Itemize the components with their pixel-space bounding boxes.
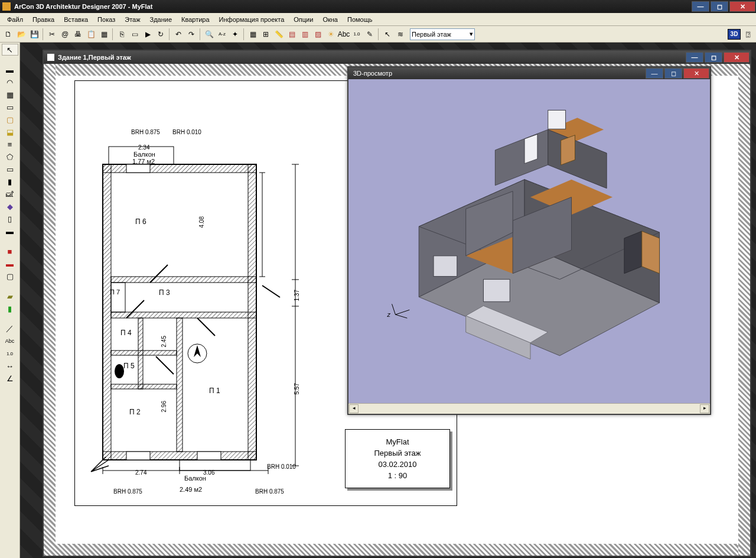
preview-titlebar[interactable]: 3D-просмотр — ◻ ✕ bbox=[348, 67, 710, 79]
menu-insert[interactable]: Вставка bbox=[59, 15, 93, 24]
menu-project-info[interactable]: Информация проекта bbox=[214, 15, 289, 24]
svg-rect-21 bbox=[197, 452, 221, 460]
tb-open-icon[interactable]: 📂 bbox=[15, 28, 27, 40]
tb-mail-icon[interactable]: @ bbox=[59, 28, 71, 40]
tb-undo-icon[interactable]: ↶ bbox=[172, 28, 184, 40]
scroll-left-icon[interactable]: ◂ bbox=[349, 404, 359, 413]
menu-view[interactable]: Показ bbox=[93, 15, 120, 24]
tb-wand-icon[interactable]: ✎ bbox=[364, 28, 376, 40]
preview-viewport[interactable]: z bbox=[348, 79, 710, 403]
menu-floor[interactable]: Этаж bbox=[120, 15, 145, 24]
tb-print-icon[interactable]: 🖶 bbox=[72, 28, 84, 40]
tool-outline-icon[interactable]: ▢ bbox=[2, 270, 18, 282]
preview-h-scrollbar[interactable]: ◂ ▸ bbox=[348, 403, 710, 414]
tool-wall-icon[interactable]: ▬ bbox=[2, 64, 18, 76]
app-title: ArCon 3D Architektur Designer 2007 - MyF… bbox=[14, 3, 152, 10]
menu-apartment[interactable]: Квартира bbox=[177, 15, 214, 24]
brh-bottom-right2: BRH 0.875 bbox=[255, 488, 284, 495]
tb-help-icon[interactable]: ⍰ bbox=[742, 28, 754, 40]
tb-flash-icon[interactable]: ≋ bbox=[395, 28, 406, 40]
room-p6: П 6 bbox=[135, 218, 146, 226]
app-titlebar: ArCon 3D Architektur Designer 2007 - MyF… bbox=[0, 0, 756, 13]
preview-maximize-button[interactable]: ◻ bbox=[664, 68, 682, 79]
floor-selector[interactable]: Первый этаж ▾ bbox=[410, 28, 475, 40]
tool-dim2-icon[interactable]: 1.0 bbox=[2, 348, 18, 359]
tb-move-icon[interactable]: ▶ bbox=[142, 28, 154, 40]
info-date: 03.02.2010 bbox=[378, 460, 416, 469]
tool-hatch-icon[interactable]: ▦ bbox=[2, 89, 18, 100]
tool-chimney-icon[interactable]: ▮ bbox=[2, 176, 18, 187]
tool-line-icon[interactable]: ／ bbox=[2, 323, 18, 335]
svg-rect-13 bbox=[111, 283, 125, 312]
tb-compass-icon[interactable]: ✦ bbox=[229, 28, 241, 40]
tb-grid-icon[interactable]: ▦ bbox=[247, 28, 259, 40]
tool-red1-icon[interactable]: ■ bbox=[2, 245, 18, 257]
menu-file[interactable]: Файл bbox=[2, 15, 28, 24]
tb-sun-icon[interactable]: ☀ bbox=[325, 28, 337, 40]
menu-options[interactable]: Опции bbox=[289, 15, 318, 24]
tb-layer3-icon[interactable]: ▨ bbox=[312, 28, 324, 40]
scroll-right-icon[interactable]: ▸ bbox=[700, 404, 709, 413]
tb-layer1-icon[interactable]: ▤ bbox=[286, 28, 298, 40]
tool-door-icon[interactable]: ⬓ bbox=[2, 126, 18, 138]
room-p2: П 2 bbox=[129, 408, 141, 416]
tb-properties-icon[interactable]: ▦ bbox=[98, 28, 110, 40]
preview-close-button[interactable]: ✕ bbox=[683, 68, 709, 79]
window-minimize-button[interactable]: — bbox=[692, 1, 709, 12]
window-close-button[interactable]: ✕ bbox=[729, 1, 755, 12]
tool-opening-icon[interactable]: ▭ bbox=[2, 163, 18, 175]
tb-3d-mode-button[interactable]: 3D bbox=[728, 29, 741, 40]
tool-arc-icon[interactable]: ◠ bbox=[2, 76, 18, 88]
tb-copy-icon[interactable]: ⎘ bbox=[116, 28, 128, 40]
menu-edit[interactable]: Правка bbox=[28, 15, 59, 24]
tool-window-icon[interactable]: ▢ bbox=[2, 113, 18, 125]
tool-object-icon[interactable]: ◆ bbox=[2, 200, 18, 212]
tb-dim-icon[interactable]: 1.0 bbox=[351, 28, 363, 40]
tool-beam-icon[interactable]: ▬ bbox=[2, 225, 18, 237]
menu-building[interactable]: Здание bbox=[145, 15, 177, 24]
tb-ruler-icon[interactable]: 📏 bbox=[273, 28, 285, 40]
tb-text-icon[interactable]: Abc bbox=[338, 28, 350, 40]
tb-layer2-icon[interactable]: ▥ bbox=[299, 28, 311, 40]
tool-measure-icon[interactable]: ↔ bbox=[2, 360, 18, 372]
tool-pointer-icon[interactable]: ↖ bbox=[2, 44, 18, 56]
svg-rect-11 bbox=[111, 351, 177, 355]
tool-furniture-icon[interactable]: 🛋 bbox=[2, 188, 18, 200]
document-titlebar[interactable]: Здание 1,Первый этаж — ◻ ✕ bbox=[44, 51, 750, 64]
app-icon bbox=[2, 2, 11, 11]
preview-minimize-button[interactable]: — bbox=[646, 68, 663, 79]
window-maximize-button[interactable]: ◻ bbox=[711, 1, 728, 12]
tb-redo-icon[interactable]: ↷ bbox=[185, 28, 197, 40]
menu-help[interactable]: Помощь bbox=[343, 15, 377, 24]
tb-cut-icon[interactable]: ✂ bbox=[46, 28, 58, 40]
svg-marker-50 bbox=[642, 231, 660, 274]
doc-close-button[interactable]: ✕ bbox=[724, 52, 750, 63]
tool-column-icon[interactable]: ▯ bbox=[2, 213, 18, 225]
tool-green-icon[interactable]: ▮ bbox=[2, 303, 18, 314]
tb-paste-icon[interactable]: 📋 bbox=[85, 28, 97, 40]
doc-icon bbox=[47, 54, 54, 61]
tool-roof-icon[interactable]: ⬠ bbox=[2, 151, 18, 163]
svg-rect-5 bbox=[103, 164, 111, 460]
chevron-down-icon: ▾ bbox=[470, 30, 473, 38]
tb-rotate-icon[interactable]: ↻ bbox=[155, 28, 167, 40]
tool-text2-icon[interactable]: Abc bbox=[2, 335, 18, 347]
tool-stairs-icon[interactable]: ≡ bbox=[2, 138, 18, 150]
tb-zoomtext-icon[interactable]: A-z bbox=[216, 28, 228, 40]
doc-maximize-button[interactable]: ◻ bbox=[705, 52, 722, 63]
menu-windows[interactable]: Окна bbox=[318, 15, 343, 24]
tool-red2-icon[interactable]: ▬ bbox=[2, 258, 18, 270]
tb-zoom-icon[interactable]: 🔍 bbox=[203, 28, 215, 40]
tb-save-icon[interactable]: 💾 bbox=[28, 28, 40, 40]
dim-line-bottom bbox=[103, 466, 268, 475]
tool-ceiling-icon[interactable]: ▭ bbox=[2, 101, 18, 113]
doc-minimize-button[interactable]: — bbox=[686, 52, 703, 63]
tb-arrow-icon[interactable]: ↖ bbox=[382, 28, 393, 40]
tool-terrain-icon[interactable]: ▰ bbox=[2, 290, 18, 302]
document-title: Здание 1,Первый этаж bbox=[58, 54, 131, 61]
tool-angle-icon[interactable]: ∠ bbox=[2, 372, 18, 384]
menu-bar: Файл Правка Вставка Показ Этаж Здание Кв… bbox=[0, 13, 756, 26]
tb-doc-icon[interactable]: ▭ bbox=[129, 28, 141, 40]
tb-new-icon[interactable]: 🗋 bbox=[2, 28, 14, 40]
tb-snap-icon[interactable]: ⊞ bbox=[260, 28, 272, 40]
